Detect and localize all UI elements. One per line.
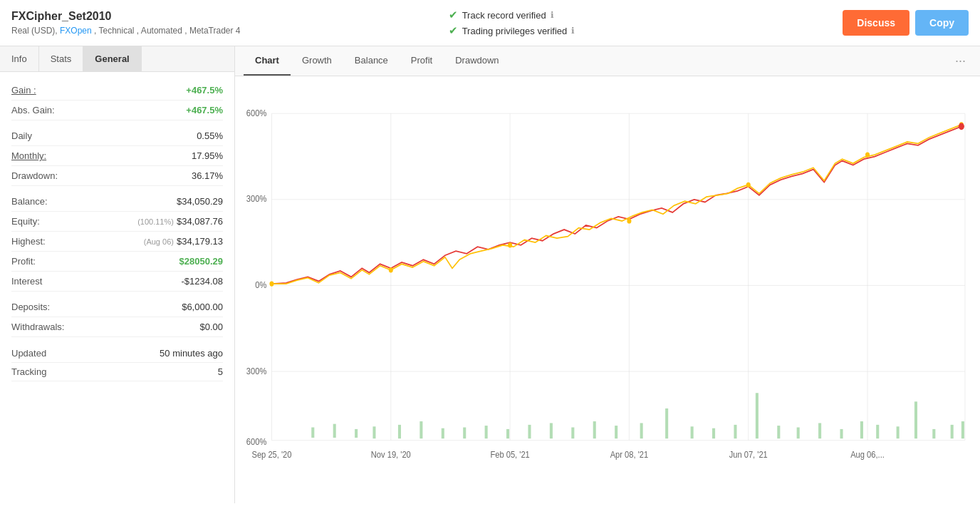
left-tabs: Info Stats General [0, 46, 234, 72]
account-title: FXCipher_Set2010 [11, 10, 406, 23]
main-content: Info Stats General Gain : +467.5% Abs. G… [0, 46, 980, 503]
monthly-label: Monthly: [11, 150, 46, 161]
equity-growth-line [271, 125, 961, 284]
tracking-value: 5 [218, 366, 223, 377]
svg-point-56 [389, 267, 393, 272]
svg-rect-52 [932, 429, 935, 438]
equity-value: (100.11%)$34,087.76 [137, 216, 223, 227]
svg-rect-25 [355, 429, 358, 438]
track-info-icon[interactable]: ℹ [551, 10, 554, 20]
fxopen-link[interactable]: FXOpen [60, 26, 92, 36]
highest-value: (Aug 06)$34,179.13 [144, 236, 223, 247]
abs-gain-row: Abs. Gain: +467.5% [11, 101, 223, 120]
balance-row: Balance: $34,050.29 [11, 192, 223, 212]
chart-tab-growth[interactable]: Growth [291, 46, 343, 76]
left-panel: Info Stats General Gain : +467.5% Abs. G… [0, 46, 235, 503]
tab-general[interactable]: General [83, 46, 141, 71]
abs-gain-value: +467.5% [186, 105, 223, 115]
tab-info[interactable]: Info [0, 46, 39, 71]
copy-button[interactable]: Copy [915, 10, 969, 36]
check-icon-track: ✔ [449, 9, 458, 21]
svg-rect-32 [506, 429, 509, 438]
gain-label: Gain : [11, 85, 36, 96]
svg-text:-300%: -300% [246, 366, 266, 376]
svg-rect-31 [485, 426, 488, 438]
track-record-verified: ✔ Track record verified ℹ [449, 9, 843, 21]
account-subtitle: Real (USD), FXOpen , Technical , Automat… [11, 26, 406, 36]
svg-point-55 [269, 281, 273, 286]
svg-rect-36 [593, 421, 596, 438]
check-icon-trading: ✔ [449, 24, 458, 37]
balance-label: Balance: [11, 196, 48, 207]
svg-rect-54 [961, 421, 964, 438]
deposits-value: $6,000.00 [182, 302, 223, 312]
svg-point-60 [865, 153, 870, 158]
chart-more-icon[interactable]: ··· [949, 48, 971, 74]
legend-growth: Growth [631, 503, 687, 503]
svg-rect-39 [665, 408, 668, 438]
svg-text:Apr 08, '21: Apr 08, '21 [610, 449, 649, 460]
svg-point-57 [508, 242, 512, 247]
svg-text:Sep 25, '20: Sep 25, '20 [251, 449, 291, 460]
svg-rect-43 [756, 393, 759, 438]
header-actions: Discuss Copy [843, 10, 969, 36]
drawdown-label: Drawdown: [11, 170, 58, 181]
profit-value: $28050.29 [179, 256, 223, 267]
tab-stats[interactable]: Stats [39, 46, 84, 71]
header: FXCipher_Set2010 Real (USD), FXOpen , Te… [0, 0, 980, 46]
chart-area: .grid-line { stroke: #e0e0e0; stroke-wid… [235, 76, 980, 503]
verification-area: ✔ Track record verified ℹ ✔ Trading priv… [449, 9, 843, 37]
svg-rect-40 [691, 426, 694, 438]
trading-privileges-verified: ✔ Trading privileges verified ℹ [449, 24, 843, 37]
growth-label: Growth [660, 503, 687, 503]
svg-point-62 [959, 123, 964, 130]
gain-value: +467.5% [186, 85, 223, 96]
tracking-row: Tracking 5 [11, 363, 223, 381]
equity-note: (100.11%) [137, 217, 174, 226]
equity-row: Equity: (100.11%)$34,087.76 [11, 212, 223, 232]
chart-tabs: Chart Growth Balance Profit Drawdown ··· [235, 46, 980, 76]
trading-info-icon[interactable]: ℹ [571, 26, 575, 36]
svg-point-59 [746, 182, 751, 187]
drawdown-row: Drawdown: 36.17% [11, 166, 223, 186]
chart-tab-chart[interactable]: Chart [244, 46, 291, 76]
gain-row: Gain : +467.5% [11, 81, 223, 101]
svg-rect-27 [398, 425, 401, 438]
svg-text:300%: 300% [246, 194, 266, 205]
growth-line [271, 126, 961, 284]
svg-rect-44 [777, 426, 780, 438]
svg-rect-24 [333, 424, 336, 438]
equity-label: Equity: [11, 216, 40, 227]
svg-rect-45 [797, 428, 800, 439]
svg-rect-29 [442, 428, 444, 438]
tracking-label: Tracking [11, 366, 46, 377]
highest-label: Highest: [11, 236, 46, 247]
bar-chart [311, 393, 964, 438]
right-panel: Chart Growth Balance Profit Drawdown ···… [235, 46, 980, 503]
equity-growth-label: Equity Growth [556, 503, 610, 503]
withdrawals-row: Withdrawals: $0.00 [11, 317, 223, 337]
svg-text:Jun 07, '21: Jun 07, '21 [729, 449, 768, 460]
highest-note: (Aug 06) [144, 237, 174, 246]
svg-rect-37 [615, 426, 617, 438]
chart-tab-balance[interactable]: Balance [343, 46, 400, 76]
discuss-button[interactable]: Discuss [843, 10, 909, 36]
drawdown-value: 36.17% [192, 170, 223, 181]
stats-panel: Gain : +467.5% Abs. Gain: +467.5% Daily … [0, 72, 234, 503]
svg-text:Aug 06,...: Aug 06,... [850, 449, 885, 460]
svg-rect-50 [897, 426, 900, 438]
daily-value: 0.55% [197, 130, 223, 141]
svg-rect-26 [372, 426, 375, 438]
svg-rect-48 [860, 421, 863, 438]
chart-tab-profit[interactable]: Profit [400, 46, 444, 76]
main-chart-svg: .grid-line { stroke: #e0e0e0; stroke-wid… [246, 83, 969, 496]
abs-gain-label: Abs. Gain: [11, 105, 55, 115]
svg-text:Feb 05, '21: Feb 05, '21 [490, 449, 530, 460]
legend-equity-growth: Equity Growth [528, 503, 610, 503]
svg-rect-23 [311, 428, 314, 438]
chart-tab-drawdown[interactable]: Drawdown [444, 46, 510, 76]
interest-row: Interest -$1234.08 [11, 272, 223, 292]
highest-row: Highest: (Aug 06)$34,179.13 [11, 232, 223, 252]
monthly-row: Monthly: 17.95% [11, 146, 223, 166]
deposits-row: Deposits: $6,000.00 [11, 297, 223, 317]
